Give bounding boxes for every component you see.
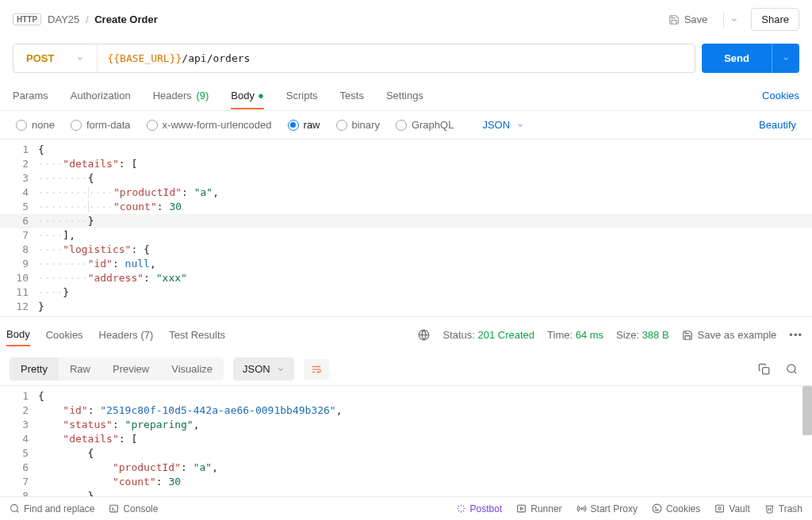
globe-icon[interactable] <box>418 329 430 341</box>
chevron-down-icon <box>516 121 524 129</box>
response-format-select[interactable]: JSON <box>233 358 294 380</box>
start-proxy-button[interactable]: Start Proxy <box>576 503 638 514</box>
radio-graphql[interactable]: GraphQL <box>396 119 454 131</box>
footer-cookies-button[interactable]: Cookies <box>652 503 700 514</box>
svg-marker-12 <box>521 507 523 510</box>
svg-rect-18 <box>716 505 724 512</box>
share-label: Share <box>761 13 789 25</box>
radio-xwww[interactable]: x-www-form-urlencoded <box>147 119 272 131</box>
tab-authorization[interactable]: Authorization <box>71 82 131 109</box>
size-meta: Size: 388 B <box>616 329 669 341</box>
resp-tab-cookies[interactable]: Cookies <box>46 329 83 341</box>
svg-point-13 <box>580 507 582 509</box>
body-modified-dot: ● <box>258 90 264 101</box>
tab-headers-label: Headers <box>153 90 192 101</box>
vault-button[interactable]: Vault <box>714 503 749 514</box>
send-label: Send <box>724 52 749 64</box>
tab-headers[interactable]: Headers (9) <box>153 82 209 109</box>
method-value: POST <box>26 52 54 64</box>
save-as-example-label: Save as example <box>698 329 777 341</box>
svg-point-19 <box>718 507 721 510</box>
method-select[interactable]: POST <box>13 44 98 72</box>
resp-tab-headers-count: (7) <box>140 329 153 341</box>
wrap-icon <box>310 364 323 375</box>
send-button[interactable]: Send <box>702 44 772 73</box>
svg-point-17 <box>656 510 657 510</box>
resp-tab-headers[interactable]: Headers (7) <box>99 329 154 341</box>
svg-line-8 <box>17 510 18 512</box>
save-icon <box>668 14 680 25</box>
svg-point-7 <box>11 505 18 512</box>
http-badge-icon: HTTP <box>13 13 41 25</box>
find-replace-button[interactable]: Find and replace <box>10 503 94 514</box>
share-button[interactable]: Share <box>751 8 799 31</box>
tab-body[interactable]: Body● <box>231 82 264 109</box>
scrollbar-thumb[interactable] <box>802 386 812 435</box>
console-button[interactable]: Console <box>109 503 158 514</box>
chevron-down-icon <box>782 55 790 63</box>
save-dropdown[interactable] <box>723 11 745 29</box>
sparkle-icon <box>456 503 466 514</box>
tab-tests[interactable]: Tests <box>340 82 364 109</box>
breadcrumb-current: Create Order <box>94 13 157 25</box>
view-visualize[interactable]: Visualize <box>160 358 224 380</box>
runner-button[interactable]: Runner <box>516 503 561 514</box>
send-dropdown[interactable] <box>772 44 799 73</box>
more-actions-button[interactable]: ••• <box>789 329 802 341</box>
tab-scripts[interactable]: Scripts <box>286 82 318 109</box>
save-icon <box>682 330 693 341</box>
view-pretty[interactable]: Pretty <box>10 358 59 380</box>
console-icon <box>109 503 119 514</box>
save-as-example-button[interactable]: Save as example <box>682 329 777 341</box>
search-icon <box>10 503 20 514</box>
chevron-down-icon <box>730 16 738 24</box>
search-response-button[interactable] <box>781 358 802 380</box>
trash-button[interactable]: Trash <box>764 503 802 514</box>
radio-binary[interactable]: binary <box>336 119 380 131</box>
tab-settings[interactable]: Settings <box>386 82 423 109</box>
status-meta: Status: 201 Created <box>442 329 534 341</box>
wrap-lines-button[interactable] <box>304 359 329 380</box>
svg-line-6 <box>794 371 796 373</box>
url-input[interactable]: {{BASE_URL}}/api/orders <box>98 44 695 72</box>
copy-icon <box>758 363 770 375</box>
tab-params[interactable]: Params <box>13 82 48 109</box>
svg-point-15 <box>655 507 656 508</box>
postbot-button[interactable]: Postbot <box>456 503 503 514</box>
body-language-select[interactable]: JSON <box>482 119 524 131</box>
response-format-label: JSON <box>243 363 270 375</box>
radio-form-data[interactable]: form-data <box>71 119 131 131</box>
response-body-viewer[interactable]: 1{2 "id": "2519c80f-10d5-442a-ae66-0091b… <box>0 386 812 499</box>
copy-response-button[interactable] <box>753 358 775 380</box>
cookie-icon <box>652 503 662 514</box>
breadcrumb-collection[interactable]: DAY25 <box>48 13 79 25</box>
radio-none[interactable]: none <box>16 119 55 131</box>
tab-headers-count: (9) <box>196 90 209 101</box>
svg-rect-9 <box>110 505 118 512</box>
svg-point-14 <box>653 504 661 513</box>
vault-icon <box>714 503 725 514</box>
url-path: /api/orders <box>182 52 250 64</box>
cookies-link[interactable]: Cookies <box>762 90 799 101</box>
resp-tab-body[interactable]: Body <box>6 328 30 346</box>
url-variable: {{BASE_URL}} <box>107 52 182 64</box>
radio-raw[interactable]: raw <box>288 119 320 131</box>
beautify-link[interactable]: Beautify <box>759 119 796 131</box>
view-raw[interactable]: Raw <box>59 358 102 380</box>
url-bar: POST {{BASE_URL}}/api/orders <box>13 44 695 73</box>
svg-rect-11 <box>518 505 526 512</box>
save-button[interactable]: Save <box>659 9 718 30</box>
play-icon <box>516 503 527 514</box>
breadcrumb-sep: / <box>86 13 89 25</box>
view-mode-segment: Pretty Raw Preview Visualize <box>10 358 224 380</box>
body-language-label: JSON <box>482 119 510 131</box>
save-label: Save <box>684 13 708 25</box>
resp-tab-headers-label: Headers <box>99 329 138 341</box>
breadcrumb[interactable]: DAY25 / Create Order <box>48 13 158 25</box>
svg-point-16 <box>657 510 658 510</box>
time-meta: Time: 64 ms <box>547 329 603 341</box>
view-preview[interactable]: Preview <box>102 358 160 380</box>
resp-tab-test-results[interactable]: Test Results <box>169 329 225 341</box>
request-body-editor[interactable]: 1{2····"details": [3········{4··········… <box>0 140 812 316</box>
tab-body-label: Body <box>231 90 255 101</box>
